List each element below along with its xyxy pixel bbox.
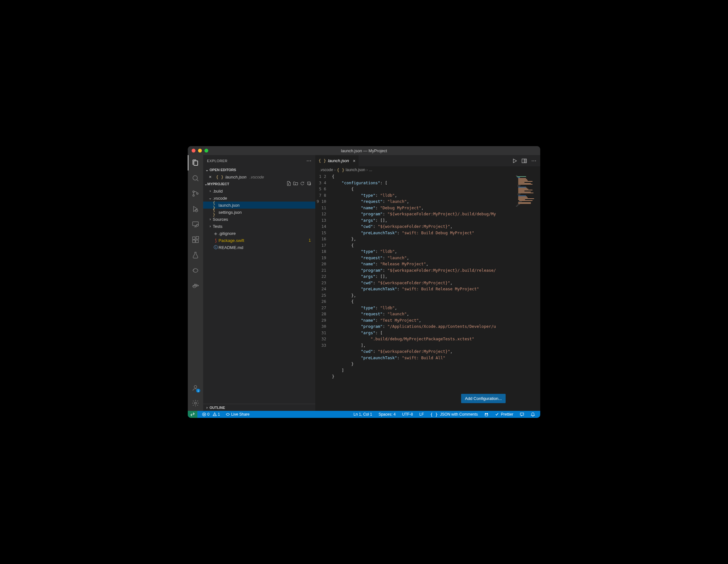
activity-bar: 1 (188, 155, 203, 411)
sidebar-more-icon[interactable]: ⋯ (306, 158, 312, 164)
project-actions (286, 181, 314, 187)
breadcrumb-folder[interactable]: .vscode (320, 168, 333, 172)
search-icon[interactable] (188, 170, 203, 186)
tree-folder-sources[interactable]: › Sources (203, 216, 315, 223)
breadcrumb-separator: › (367, 168, 368, 172)
svg-point-23 (487, 413, 488, 414)
activity-bar-bottom: 1 (188, 380, 203, 411)
traffic-lights (188, 149, 208, 153)
settings-gear-icon[interactable] (188, 395, 203, 411)
chevron-right-icon: › (208, 217, 213, 221)
breadcrumb-more[interactable]: ... (369, 168, 372, 172)
live-share-status[interactable]: Live Share (224, 412, 251, 417)
refresh-icon[interactable] (300, 181, 305, 187)
indentation[interactable]: Spaces: 4 (377, 412, 397, 417)
encoding[interactable]: UTF-8 (401, 412, 414, 417)
tree-file-package[interactable]: ⟆ Package.swift 1 (203, 237, 315, 244)
eol[interactable]: LF (418, 412, 425, 417)
editor-area: { } launch.json × ⋯ .vscode › { } launch… (315, 155, 540, 411)
remote-indicator[interactable] (188, 411, 197, 418)
error-count: 0 (207, 412, 210, 417)
docker-icon[interactable] (188, 278, 203, 294)
json-file-icon: { } (337, 168, 344, 172)
testing-icon[interactable] (188, 247, 203, 263)
svg-rect-7 (193, 237, 195, 239)
tree-file-settings[interactable]: { } settings.json (203, 209, 315, 216)
tree-label: Package.swift (219, 238, 244, 243)
minimap[interactable] (515, 173, 540, 411)
breadcrumb[interactable]: .vscode › { } launch.json › ... (315, 166, 540, 173)
svg-rect-8 (193, 240, 195, 243)
explorer-icon[interactable] (188, 155, 203, 170)
open-editors-section[interactable]: ⌄ OPEN EDITORS (203, 166, 315, 173)
status-bar-left: 0 1 Live Share (188, 411, 251, 418)
problems-indicator[interactable]: 0 1 (201, 412, 221, 417)
new-file-icon[interactable] (286, 181, 291, 187)
file-tree: › .build ⌄ .vscode { } launch.json { } s… (203, 187, 315, 251)
tree-label: Sources (213, 217, 228, 222)
tree-file-launch[interactable]: { } launch.json (203, 202, 315, 209)
tree-folder-vscode[interactable]: ⌄ .vscode (203, 195, 315, 202)
svg-point-0 (193, 176, 197, 180)
status-bar-right: Ln 1, Col 1 Spaces: 4 UTF-8 LF { } JSON … (352, 412, 540, 417)
tab-filename: launch.json (328, 158, 349, 163)
split-editor-icon[interactable] (522, 158, 527, 163)
sidebar-title: EXPLORER (207, 159, 227, 163)
tree-label: .build (213, 189, 223, 194)
chevron-right-icon: › (208, 189, 213, 193)
outline-label: OUTLINE (210, 406, 225, 410)
tree-label: settings.json (219, 210, 242, 215)
language-mode[interactable]: { } JSON with Comments (429, 412, 479, 417)
svg-rect-10 (196, 236, 199, 239)
open-editor-item[interactable]: × { } launch.json .vscode (203, 173, 315, 180)
remote-explorer-icon[interactable] (188, 217, 203, 232)
breadcrumb-file[interactable]: launch.json (346, 168, 365, 172)
open-editor-dir: .vscode (248, 175, 264, 179)
live-share-icon[interactable] (188, 263, 203, 278)
cursor-position[interactable]: Ln 1, Col 1 (352, 412, 373, 417)
more-actions-icon[interactable]: ⋯ (531, 158, 536, 164)
maximize-window-button[interactable] (204, 149, 208, 153)
run-icon[interactable] (512, 158, 517, 163)
window-title: launch.json — MyProject (341, 148, 387, 153)
warning-count: 1 (218, 412, 220, 417)
tree-file-gitignore[interactable]: ◈ .gitignore (203, 230, 315, 237)
tree-folder-build[interactable]: › .build (203, 187, 315, 195)
run-debug-icon[interactable] (188, 201, 203, 217)
status-bar: 0 1 Live Share Ln 1, Col 1 Spaces: 4 UTF… (188, 411, 540, 418)
feedback-icon[interactable] (518, 412, 525, 417)
minimize-window-button[interactable] (198, 149, 202, 153)
editor-tab[interactable]: { } launch.json × (315, 155, 359, 166)
add-configuration-button[interactable]: Add Configuration... (461, 394, 506, 403)
editor-actions: ⋯ (512, 155, 540, 166)
editor-body[interactable]: 1 2 3 4 5 6 7 8 9 10 11 12 13 14 15 16 1… (315, 173, 540, 411)
close-icon[interactable]: × (209, 174, 214, 179)
json-file-icon: { } (319, 158, 326, 163)
tree-folder-tests[interactable]: › Tests (203, 223, 315, 230)
svg-point-6 (196, 224, 198, 226)
close-window-button[interactable] (192, 149, 195, 153)
titlebar: launch.json — MyProject (188, 146, 540, 155)
project-section[interactable]: ⌄ MYPROJECT (203, 180, 315, 187)
svg-rect-15 (195, 284, 196, 285)
tree-label: .vscode (213, 196, 227, 201)
prettier-status[interactable]: Prettier (494, 412, 515, 417)
tab-bar: { } launch.json × ⋯ (315, 155, 540, 166)
extensions-icon[interactable] (188, 232, 203, 247)
collapse-all-icon[interactable] (307, 181, 311, 187)
main-area: 1 EXPLORER ⋯ ⌄ OPEN EDITORS × { } launch… (188, 155, 540, 411)
copilot-status[interactable] (483, 412, 490, 417)
tree-file-readme[interactable]: ⓘ README.md (203, 244, 315, 251)
new-folder-icon[interactable] (293, 181, 298, 187)
source-control-icon[interactable] (188, 186, 203, 201)
code-content[interactable]: { "configurations": [ { "type": "lldb", … (332, 173, 515, 411)
outline-section[interactable]: › OUTLINE (203, 404, 315, 411)
sidebar: EXPLORER ⋯ ⌄ OPEN EDITORS × { } launch.j… (203, 155, 315, 411)
svg-point-17 (194, 402, 196, 404)
notifications-icon[interactable] (529, 412, 536, 417)
accounts-icon[interactable]: 1 (188, 380, 203, 395)
svg-point-22 (485, 413, 486, 414)
live-share-label: Live Share (231, 412, 249, 417)
chevron-right-icon: › (204, 405, 210, 410)
close-icon[interactable]: × (353, 158, 355, 163)
